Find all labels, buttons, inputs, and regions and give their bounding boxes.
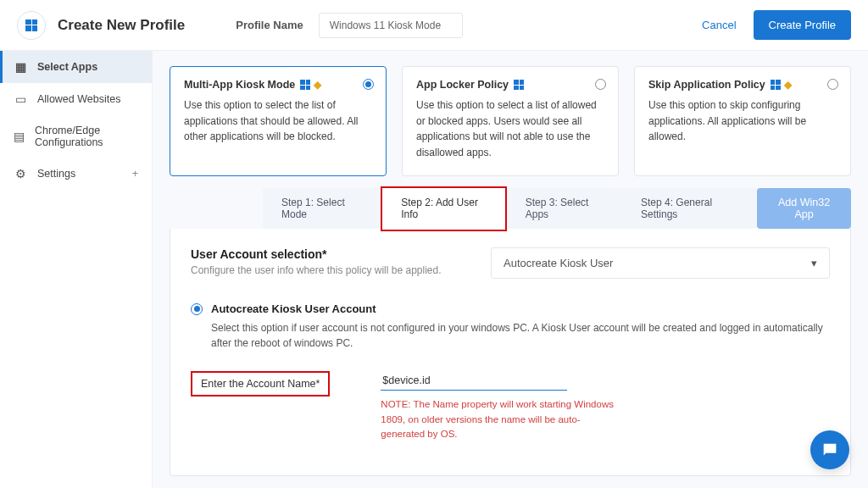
mode-card-title: Skip Application Policy — [648, 79, 765, 91]
step-tab-1[interactable]: Step 1: Select Mode — [263, 188, 381, 229]
dropdown-value: Autocreate Kiosk User — [504, 257, 613, 269]
profile-name-input[interactable] — [319, 13, 463, 38]
mode-radio[interactable] — [363, 79, 374, 90]
windows-icon — [25, 19, 37, 31]
profile-name-label: Profile Name — [236, 19, 303, 31]
cancel-button[interactable]: Cancel — [702, 19, 736, 31]
browser-icon: ▭ — [14, 92, 27, 106]
account-name-input[interactable] — [381, 371, 567, 391]
option-desc: Select this option if user account is no… — [211, 320, 830, 351]
step-tab-2[interactable]: Step 2: Add User Info — [381, 186, 507, 231]
sidebar-item-label: Chrome/Edge Configurations — [35, 125, 138, 148]
mode-card-multi-app[interactable]: Multi-App Kiosk Mode ◆ Use this option t… — [170, 66, 387, 176]
mode-card-skip[interactable]: Skip Application Policy ◆ Use this optio… — [634, 66, 851, 176]
sidebar-item-label: Select Apps — [37, 61, 97, 73]
add-win32-button[interactable]: Add Win32 App — [757, 188, 851, 229]
sidebar-item-select-apps[interactable]: ▦ Select Apps — [0, 51, 152, 83]
grid-icon: ▦ — [14, 60, 27, 74]
option-radio[interactable] — [191, 303, 203, 315]
mode-card-desc: Use this option to select the list of ap… — [184, 97, 372, 145]
mode-radio[interactable] — [827, 79, 838, 90]
sidebar-item-label: Allowed Websites — [37, 93, 120, 105]
option-title: Autocreate Kiosk User Account — [211, 302, 376, 315]
chevron-down-icon: ▾ — [811, 257, 817, 269]
topbar-actions: Cancel Create Profile — [702, 10, 851, 40]
shield-icon: ◆ — [784, 79, 792, 91]
sidebar-item-label: Settings — [37, 168, 75, 180]
card-icon: ▤ — [14, 130, 25, 143]
mode-card-app-locker[interactable]: App Locker Policy Use this option to sel… — [402, 66, 619, 176]
steps-row: Step 1: Select Mode Step 2: Add User Inf… — [170, 188, 851, 229]
windows-icon — [300, 80, 310, 90]
mode-radio[interactable] — [595, 79, 606, 90]
sidebar-item-settings[interactable]: ⚙ Settings + — [0, 158, 152, 190]
user-account-panel: User Account selection* Configure the us… — [170, 229, 851, 476]
topbar: Create New Profile Profile Name Cancel C… — [0, 0, 868, 51]
create-profile-button[interactable]: Create Profile — [754, 10, 851, 40]
chat-icon — [821, 441, 839, 459]
account-name-note: NOTE: The Name property will work starti… — [381, 397, 618, 441]
sidebar-item-chrome-edge[interactable]: ▤ Chrome/Edge Configurations — [0, 115, 152, 158]
mode-card-title: App Locker Policy — [416, 79, 509, 91]
sidebar-item-allowed-websites[interactable]: ▭ Allowed Websites — [0, 83, 152, 115]
windows-icon — [514, 80, 524, 90]
mode-card-desc: Use this option to skip configuring appl… — [648, 97, 837, 145]
sidebar: ▦ Select Apps ▭ Allowed Websites ▤ Chrom… — [0, 51, 153, 488]
mode-card-title: Multi-App Kiosk Mode — [184, 79, 295, 91]
shield-icon: ◆ — [314, 79, 321, 91]
steps-tabs: Step 1: Select Mode Step 2: Add User Inf… — [263, 188, 757, 229]
plus-icon: + — [132, 168, 138, 180]
step-tab-4[interactable]: Step 4: General Settings — [622, 188, 757, 229]
profile-name-field: Profile Name — [236, 13, 462, 38]
mode-cards: Multi-App Kiosk Mode ◆ Use this option t… — [170, 66, 851, 176]
user-account-dropdown[interactable]: Autocreate Kiosk User ▾ — [491, 247, 830, 279]
step-tab-3[interactable]: Step 3: Select Apps — [507, 188, 622, 229]
windows-icon — [771, 80, 781, 90]
mode-card-desc: Use this option to select a list of allo… — [416, 97, 604, 160]
brand-logo — [17, 11, 46, 40]
gear-icon: ⚙ — [14, 167, 27, 180]
account-name-label: Enter the Account Name* — [191, 371, 330, 396]
panel-title: User Account selection* — [191, 247, 442, 261]
main-content: Multi-App Kiosk Mode ◆ Use this option t… — [153, 51, 868, 488]
panel-sub: Configure the user info where this polic… — [191, 264, 442, 276]
page-title: Create New Profile — [58, 17, 185, 34]
chat-button[interactable] — [810, 430, 849, 469]
autocreate-option: Autocreate Kiosk User Account Select thi… — [191, 302, 830, 441]
